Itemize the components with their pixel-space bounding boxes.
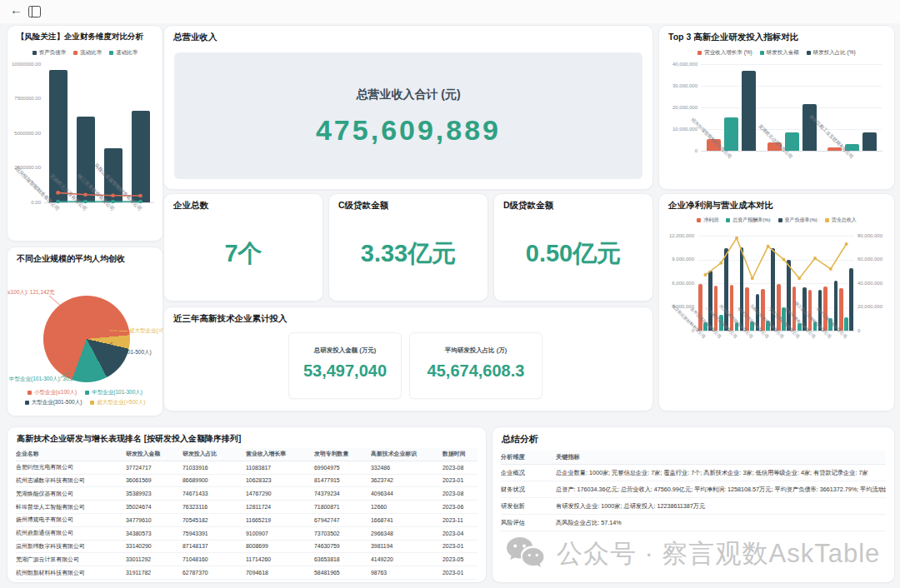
- back-button[interactable]: ←: [10, 2, 22, 17]
- loan-c-value: 3.33亿元: [329, 237, 488, 271]
- table-cell: 风险评估: [501, 519, 556, 527]
- legend-item[interactable]: 小型企业(≤100人): [28, 389, 77, 396]
- table-cell: 58481965: [314, 570, 371, 576]
- table-cell: 2023-08: [442, 491, 478, 496]
- legend-label: 中型企业(101-300人): [92, 389, 142, 396]
- table-cell: 有研发投入企业: 1000家; 总研发投入: 12238611387万元: [556, 502, 886, 511]
- panel-top3-rd-compare: Top 3 高新企业研发投入指标对比 营业收入增长率 (%)研发投入金额研发投入…: [658, 25, 895, 190]
- table-cell: 2023-08: [442, 465, 478, 471]
- table-header-cell: 数据时间: [442, 450, 478, 458]
- y-axis-right-tick-label: 80,000,000: [858, 233, 882, 238]
- table-cell: 75943391: [182, 531, 246, 536]
- table-cell: 温州新纬数字科技有限公司: [16, 542, 126, 551]
- table-cell: 芜湖广源云计算有限公司: [16, 556, 126, 564]
- legend-item[interactable]: 净利润: [697, 217, 718, 224]
- table-cell: 11714260: [246, 556, 314, 562]
- total-revenue-card: 总营业收入合计 (元) 475,609,889: [174, 52, 642, 179]
- panel-loan-d: D级贷款金额 0.50亿元: [493, 193, 653, 301]
- panel-title: 企业总数: [173, 200, 208, 212]
- table-cell: 10628323: [246, 477, 314, 483]
- table-cell: 74671433: [182, 491, 246, 496]
- table-row: 芜湖广源云计算有限公司33011292710481601171426063653…: [16, 553, 478, 566]
- legend-item[interactable]: 资产负债率(%): [778, 217, 818, 224]
- legend-swatch-icon: [778, 218, 782, 222]
- chart-legend: 资产负债率流动比率速动比率: [8, 49, 162, 57]
- panel-profit-cost-compare: 企业净利润与营业成本对比 净利润总资产报酬率(%)资产负债率(%)营业总收入12…: [658, 193, 895, 411]
- table-cell: 81477915: [314, 477, 371, 483]
- panel-loan-c: C级贷款金额 3.33亿元: [328, 193, 488, 301]
- table-header-cell: 研发投入占比: [182, 450, 246, 458]
- legend-swatch-icon: [698, 51, 702, 55]
- table-cell: 74379234: [314, 491, 371, 496]
- table-cell: 3981194: [371, 543, 442, 549]
- table-cell: 扬州博观电子有限公司: [16, 516, 126, 524]
- legend-swatch-icon: [32, 51, 37, 55]
- table-cell: 蚌埠普华人工智能有限公司: [16, 503, 126, 511]
- table-cell: 杭州鼎新通信有限公司: [16, 529, 126, 537]
- legend-item[interactable]: 营业总收入: [825, 217, 857, 224]
- stat-value: 53,497,040: [289, 361, 401, 381]
- table-cell: 杭州志诚数字科技有限公司: [16, 476, 126, 485]
- legend-label: 超大型企业(>500人): [97, 399, 145, 406]
- legend-item[interactable]: 研发投入占比 (%): [807, 49, 856, 57]
- sidebar-toggle-icon[interactable]: [28, 6, 41, 17]
- table-cell: 69904975: [314, 465, 371, 471]
- y-axis-tick-label: 12,000,000: [659, 233, 694, 238]
- legend-swatch-icon: [25, 401, 29, 405]
- finance-compare-chart: 资产负债率流动比率速动比率10000000.007500000.00500000…: [8, 26, 162, 241]
- y-axis-tick-label: 40,000,000: [659, 62, 698, 67]
- legend-item[interactable]: 流动比率: [73, 49, 102, 57]
- legend-item[interactable]: 超大型企业(>500人): [90, 399, 145, 406]
- y-axis-tick-label: 30,000,000: [659, 83, 698, 88]
- pie-callout-label: 中型企业(101-300人): 30,271元: [9, 376, 85, 383]
- watermark: 公众号 · 察言观数AskTable: [505, 536, 880, 571]
- table-cell: 36061569: [126, 477, 182, 483]
- ranking-table: 企业名称研发投入金额研发投入占比营业收入增长率发明专利数量高新技术企业标识数据时…: [16, 448, 478, 583]
- scale-revenue-pie-chart: 小型企业(≤100人): 121,142元中型企业(101-300人): 30,…: [8, 247, 162, 416]
- table-cell: 杭州朗新材料科技有限公司: [16, 569, 126, 577]
- legend-label: 流动比率: [80, 49, 102, 57]
- y-axis-tick-label: 10000000.00: [8, 62, 41, 67]
- legend-label: 资产负债率(%): [785, 217, 818, 224]
- loan-d-value: 0.50亿元: [494, 237, 652, 271]
- table-cell: 34779610: [126, 517, 182, 523]
- table-cell: 企业概况: [501, 469, 556, 477]
- bar[interactable]: [724, 117, 738, 151]
- y-axis-tick-label: 5000000.00: [8, 131, 41, 136]
- y-axis-right-tick-label: 0: [858, 328, 860, 333]
- legend-item[interactable]: 研发投入金额: [760, 49, 799, 57]
- table-cell: 总企业数量: 1000家; 完整信息企业: 7家; 覆盖行业: 7个; 高新技术…: [556, 469, 886, 477]
- bar[interactable]: [862, 132, 877, 151]
- legend-label: 速动比率: [116, 49, 138, 57]
- panel-ranking-table: 高新技术企业研发与增长表现排名 [按研发投入金额降序排列] 企业名称研发投入金额…: [7, 426, 487, 583]
- watermark-text: 公众号 · 察言观数AskTable: [557, 536, 880, 571]
- table-cell: 11083817: [246, 465, 314, 471]
- y-axis-tick-label: 10,000,000: [659, 127, 698, 132]
- table-header-cell: 关键指标: [556, 453, 886, 461]
- table-header-row: 企业名称研发投入金额研发投入占比营业收入增长率发明专利数量高新技术企业标识数据时…: [16, 448, 478, 461]
- panel-rd-invest: 近三年高新技术企业累计投入 总研发投入金额 (万元) 53,497,040 平均…: [163, 306, 653, 411]
- topbar: ←: [0, 0, 900, 23]
- legend-item[interactable]: 大型企业(301-500人): [25, 399, 82, 406]
- table-cell: 3623742: [371, 477, 442, 483]
- table-cell: 31911782: [126, 570, 182, 576]
- legend-item[interactable]: 速动比率: [109, 49, 138, 57]
- table-header-cell: 营业收入增长率: [246, 450, 314, 458]
- legend-label: 研发投入金额: [767, 49, 799, 57]
- summary-table: 分析维度关键指标企业概况总企业数量: 1000家; 完整信息企业: 7家; 覆盖…: [501, 451, 886, 531]
- legend-item[interactable]: 中型企业(101-300人): [85, 389, 142, 396]
- y-axis-right-tick-label: 60,000,000: [858, 257, 882, 262]
- legend-item[interactable]: 营业收入增长率 (%): [698, 49, 752, 57]
- table-header-cell: 高新技术企业标识: [371, 450, 442, 458]
- table-row: 财务状况总资产: 176034.36亿元; 总营业收入: 47560.99亿元;…: [501, 481, 886, 498]
- table-row: 杭州朗新材料科技有限公司3191178262787370709461858481…: [16, 566, 478, 580]
- table-cell: 37724717: [126, 465, 182, 471]
- bi-dashboard: { "topbar": { "back_icon": "←" }, "kpis"…: [0, 0, 900, 588]
- table-cell: 12811724: [246, 504, 314, 510]
- legend-swatch-icon: [73, 51, 78, 55]
- legend-item[interactable]: 总资产报酬率(%): [726, 217, 770, 224]
- table-cell: 4096344: [371, 491, 442, 496]
- y-axis-right-tick-label: 40,000,000: [858, 281, 882, 286]
- table-cell: 芜湖焕能仪器有限公司: [16, 490, 126, 498]
- legend-item[interactable]: 资产负债率: [32, 49, 67, 57]
